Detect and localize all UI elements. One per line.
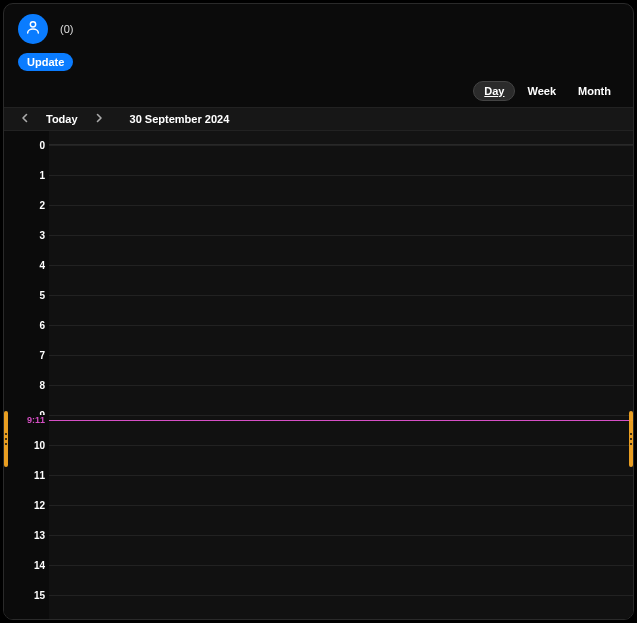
- hour-label: 13: [4, 530, 45, 541]
- calendar-grid[interactable]: [49, 145, 633, 619]
- date-nav: Today 30 September 2024: [4, 107, 633, 131]
- hour-row: [49, 355, 633, 356]
- hour-row: [49, 565, 633, 566]
- left-panel-handle[interactable]: [4, 411, 8, 467]
- hour-row: [49, 505, 633, 506]
- hour-label: 4: [4, 260, 45, 271]
- hour-label: 12: [4, 500, 45, 511]
- hour-label: 8: [4, 380, 45, 391]
- chevron-right-icon: [94, 112, 104, 126]
- update-button[interactable]: Update: [18, 53, 73, 71]
- chevron-left-icon: [20, 112, 30, 126]
- header: (0) Update: [4, 4, 633, 77]
- right-panel-handle[interactable]: [629, 411, 633, 467]
- hour-label: 11: [4, 470, 45, 481]
- current-date-label: 30 September 2024: [130, 113, 230, 125]
- today-button[interactable]: Today: [46, 113, 78, 125]
- person-icon: [25, 19, 41, 39]
- view-switcher: Day Week Month: [4, 77, 633, 107]
- hour-row: [49, 295, 633, 296]
- hour-label: 0: [4, 140, 45, 151]
- hour-label: 3: [4, 230, 45, 241]
- calendar-body: 0123456789101112131415 9:11: [4, 131, 633, 619]
- svg-point-0: [30, 22, 35, 27]
- hour-row: [49, 385, 633, 386]
- hour-row: [49, 205, 633, 206]
- hour-row: [49, 325, 633, 326]
- tab-week[interactable]: Week: [517, 82, 566, 100]
- hour-row: [49, 445, 633, 446]
- current-time-line: [49, 420, 633, 421]
- hour-label: 10: [4, 440, 45, 451]
- hour-label: 2: [4, 200, 45, 211]
- tab-day[interactable]: Day: [473, 81, 515, 101]
- hour-row: [49, 145, 633, 146]
- app-frame: (0) Update Day Week Month Today 30 Septe…: [3, 3, 634, 620]
- view-segmented: Day Week Month: [473, 81, 621, 101]
- hour-label: 6: [4, 320, 45, 331]
- day-header-strip: [49, 131, 633, 145]
- hour-row: [49, 415, 633, 416]
- hour-label: 5: [4, 290, 45, 301]
- update-row: Update: [18, 52, 619, 71]
- avatar[interactable]: [18, 14, 48, 44]
- hour-label: 15: [4, 590, 45, 601]
- hour-row: [49, 535, 633, 536]
- prev-button[interactable]: [14, 110, 36, 128]
- header-top: (0): [18, 14, 619, 44]
- hour-label: 14: [4, 560, 45, 571]
- hour-label: 1: [4, 170, 45, 181]
- hour-row: [49, 475, 633, 476]
- current-time-label: 9:11: [4, 415, 47, 425]
- hour-row: [49, 235, 633, 236]
- hour-label: 7: [4, 350, 45, 361]
- next-button[interactable]: [88, 110, 110, 128]
- hour-row: [49, 595, 633, 596]
- count-label: (0): [60, 23, 73, 35]
- hour-row: [49, 175, 633, 176]
- hour-row: [49, 265, 633, 266]
- tab-month[interactable]: Month: [568, 82, 621, 100]
